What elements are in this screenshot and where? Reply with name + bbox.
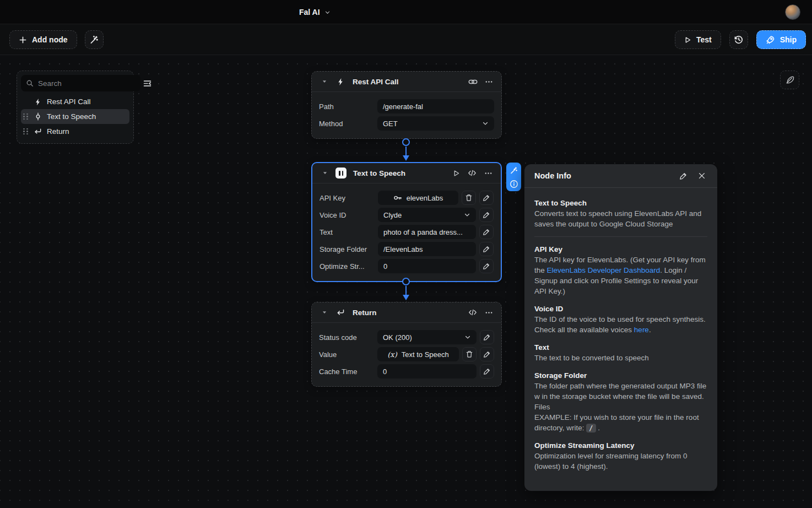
- add-node-label: Add node: [32, 35, 68, 44]
- node-title: Return: [353, 309, 377, 317]
- edit-field-button[interactable]: [479, 259, 494, 273]
- edit-field-button[interactable]: [479, 242, 494, 256]
- search-input[interactable]: [38, 79, 136, 88]
- voices-link[interactable]: here: [634, 326, 649, 334]
- node-header[interactable]: Text to Speech: [312, 163, 501, 183]
- drag-handle-icon: [23, 99, 29, 105]
- field-label: Method: [319, 120, 377, 128]
- status-code-select[interactable]: OK (200): [377, 330, 477, 344]
- history-icon: [734, 35, 744, 45]
- method-select[interactable]: GET: [377, 116, 494, 131]
- link-icon[interactable]: [467, 76, 478, 87]
- code-icon[interactable]: [467, 167, 478, 179]
- field-label: Voice ID: [320, 211, 378, 219]
- palette-item-rest-api-call[interactable]: Rest API Call: [21, 94, 129, 109]
- field-label: Value: [319, 350, 377, 359]
- path-input[interactable]: /generate-fal: [377, 99, 494, 114]
- voice-icon: [33, 112, 42, 121]
- api-key-secret-chip[interactable]: elevenLabs: [378, 191, 458, 205]
- project-name: Fal AI: [299, 8, 320, 17]
- chevron-down-icon[interactable]: [319, 307, 330, 318]
- node-header[interactable]: Rest API Call: [312, 72, 501, 91]
- palette-item-text-to-speech[interactable]: Text to Speech: [21, 109, 129, 124]
- edit-field-button[interactable]: [479, 225, 494, 239]
- chevron-down-icon: [324, 9, 331, 15]
- elevenlabs-dashboard-link[interactable]: ElevenLabs Developer Dashboard: [547, 266, 661, 274]
- section-body: The folder path where the generated outp…: [534, 381, 707, 402]
- node-header[interactable]: Return: [312, 302, 501, 322]
- close-icon[interactable]: [696, 170, 707, 181]
- rocket-icon: [766, 35, 775, 45]
- more-options-icon[interactable]: [483, 167, 494, 179]
- palette-item-return[interactable]: Return: [21, 124, 129, 139]
- play-icon: [684, 36, 691, 44]
- node-return: Return Status code OK (200): [311, 302, 502, 387]
- node-palette: Rest API Call Text to Speech Return: [17, 71, 134, 144]
- edit-info-icon[interactable]: [678, 170, 689, 181]
- section-body: The text to be converted to speech: [534, 353, 707, 363]
- edit-field-button[interactable]: [480, 364, 494, 379]
- search-box: [21, 75, 140, 91]
- drag-handle-icon[interactable]: [23, 114, 29, 120]
- run-node-icon[interactable]: [451, 167, 462, 179]
- ai-wand-button[interactable]: [85, 30, 104, 49]
- panel-title: Node Info: [534, 171, 670, 180]
- test-label: Test: [696, 35, 712, 44]
- edit-field-button[interactable]: [479, 191, 494, 205]
- project-switcher[interactable]: Fal AI: [299, 0, 331, 24]
- section-body: The API key for ElevenLabs. (Get your AP…: [534, 255, 707, 296]
- history-button[interactable]: [729, 30, 748, 49]
- chevron-down-icon[interactable]: [320, 167, 331, 179]
- section-heading: Voice ID: [534, 304, 707, 314]
- feather-icon: [785, 75, 794, 85]
- section-body: EXAMPLE: If you wish to store your file …: [534, 412, 707, 433]
- voice-id-select[interactable]: Clyde: [378, 208, 476, 222]
- annotate-button[interactable]: [780, 71, 799, 89]
- collapse-panel-icon[interactable]: [143, 75, 152, 91]
- palette-item-label: Rest API Call: [47, 98, 91, 106]
- edit-field-button[interactable]: [480, 330, 494, 344]
- avatar[interactable]: [785, 4, 800, 20]
- ship-label: Ship: [780, 35, 797, 44]
- delete-value-button[interactable]: [462, 347, 477, 361]
- delete-value-button[interactable]: [462, 191, 476, 205]
- lightning-icon: [335, 76, 346, 87]
- chevron-down-icon[interactable]: [319, 76, 330, 87]
- magic-wand-icon: [89, 35, 99, 45]
- edit-field-button[interactable]: [479, 208, 494, 222]
- code-icon[interactable]: [467, 307, 478, 318]
- storage-folder-input[interactable]: /ElevenLabs: [378, 242, 476, 256]
- add-node-button[interactable]: Add node: [9, 30, 77, 49]
- optimize-streaming-input[interactable]: 0: [378, 259, 476, 273]
- section-heading: Optimize Streaming Latency: [534, 440, 707, 451]
- output-port[interactable]: [402, 138, 410, 146]
- node-info-panel: Node Info Text to Speech Converts text t…: [524, 164, 717, 491]
- section-body: Optimization level for streaming latency…: [534, 451, 707, 472]
- chevron-down-icon: [464, 212, 470, 218]
- node-quick-actions: [506, 163, 521, 191]
- key-icon: [393, 193, 402, 202]
- more-options-icon[interactable]: [483, 307, 494, 318]
- palette-item-label: Return: [47, 127, 69, 136]
- field-label: Path: [319, 102, 377, 111]
- value-expression-chip[interactable]: (x) Text to Speech: [377, 347, 459, 361]
- return-icon: [33, 127, 42, 136]
- more-options-icon[interactable]: [483, 76, 494, 87]
- text-input[interactable]: photo of a panda dress...: [378, 225, 476, 239]
- test-button[interactable]: Test: [675, 30, 721, 49]
- palette-item-label: Text to Speech: [47, 112, 96, 121]
- plus-icon: [19, 36, 27, 44]
- field-label: Text: [320, 228, 378, 236]
- section-body: The ID of the voice to be used for speec…: [534, 314, 707, 335]
- cache-time-input[interactable]: 0: [377, 364, 477, 379]
- workflow-canvas[interactable]: Rest API Call Text to Speech Return: [0, 55, 812, 508]
- node-title: Text to Speech: [353, 169, 405, 177]
- field-label: Optimize Str...: [320, 262, 378, 271]
- output-port[interactable]: [402, 278, 410, 285]
- magic-wand-icon[interactable]: [509, 165, 519, 175]
- search-icon: [26, 79, 34, 87]
- drag-handle-icon[interactable]: [23, 128, 29, 135]
- edit-field-button[interactable]: [480, 347, 494, 361]
- ship-button[interactable]: Ship: [756, 30, 806, 49]
- info-icon[interactable]: [509, 179, 519, 189]
